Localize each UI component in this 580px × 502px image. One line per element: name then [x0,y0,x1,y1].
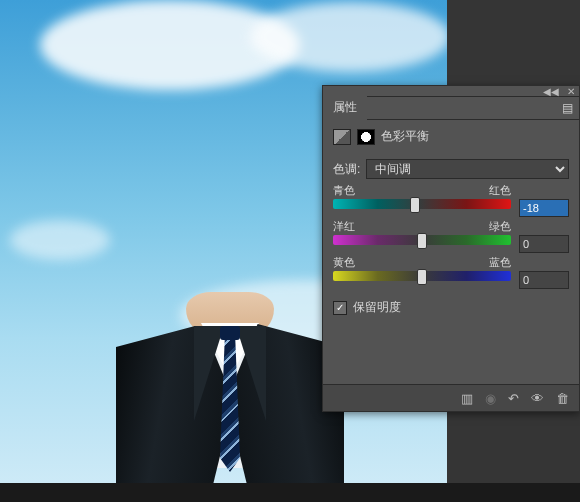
slider-left-label: 青色 [333,183,355,198]
color-slider-track[interactable] [333,235,511,245]
slider-value-input[interactable] [519,235,569,253]
cloud [10,220,110,260]
panel-menu-icon[interactable]: ▤ [562,101,573,115]
workspace-bottom-strip [0,483,580,502]
slider-right-label: 蓝色 [489,255,511,270]
cloud [250,2,447,72]
delete-icon[interactable]: 🗑 [556,391,569,406]
collapse-icon[interactable]: ◀◀ [543,86,559,97]
adjustment-title: 色彩平衡 [381,128,429,145]
slider-value-input[interactable] [519,199,569,217]
slider-thumb[interactable] [417,233,427,249]
slider-left-label: 黄色 [333,255,355,270]
slider-thumb[interactable] [417,269,427,285]
balance-icon [333,129,351,145]
color-slider-track[interactable] [333,271,511,281]
slider-right-label: 红色 [489,183,511,198]
preserve-luminosity-label: 保留明度 [353,299,401,316]
properties-panel: ◀◀ ✕ 属性 ▤ 色彩平衡 色调: 中间调 青色红色洋红绿色黄色蓝色 ✓ 保留… [322,85,580,412]
slider-right-label: 绿色 [489,219,511,234]
panel-footer: ▥ ◉ ↶ 👁 🗑 [323,384,579,411]
slider-value-input[interactable] [519,271,569,289]
color-slider-track[interactable] [333,199,511,209]
preserve-luminosity-checkbox[interactable]: ✓ [333,301,347,315]
slider-thumb[interactable] [410,197,420,213]
layer-mask-icon[interactable] [357,129,375,145]
clip-to-layer-icon[interactable]: ▥ [461,391,473,406]
tab-properties[interactable]: 属性 [323,96,367,120]
tone-label: 色调: [333,161,360,178]
slider-left-label: 洋红 [333,219,355,234]
reset-icon[interactable]: ↶ [508,391,519,406]
close-icon[interactable]: ✕ [567,86,575,97]
suit-figure [120,298,340,483]
toggle-visibility-icon[interactable]: 👁 [531,391,544,406]
tone-select[interactable]: 中间调 [366,159,569,179]
view-previous-icon[interactable]: ◉ [485,391,496,406]
